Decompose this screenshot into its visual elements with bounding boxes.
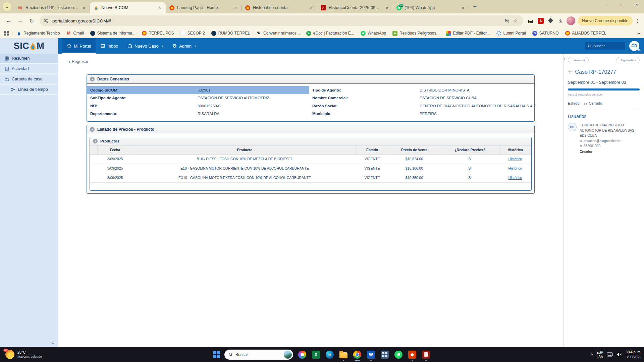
taskbar-chrome-icon[interactable] — [353, 350, 362, 359]
taskbar-word-icon[interactable]: W — [366, 350, 376, 359]
bookmark-residuos[interactable]: ❖ Residuos Peligrosos... — [392, 31, 439, 36]
browser-menu-icon[interactable]: ⋮ — [635, 18, 641, 23]
app-search-input[interactable]: Buscar — [585, 42, 625, 50]
site-settings-icon[interactable] — [44, 18, 49, 23]
bookmark-edoc[interactable]: e eDoc | Facturación E... — [306, 31, 354, 36]
bookmark-terpel-pos[interactable]: TERPEL POS — [142, 31, 174, 36]
star-icon[interactable]: ☆ — [568, 69, 572, 75]
siguiente-button[interactable]: Siguiente › — [616, 57, 640, 63]
panel-header[interactable]: ▾ Datos Generales — [87, 75, 534, 84]
chrome-update-button[interactable]: Nuevo Chrome disponible — [578, 16, 633, 25]
sidebar-item-linea-de-tiempo[interactable]: Línea de tiempo — [0, 85, 58, 95]
back-link[interactable]: ‹ Regresar — [69, 59, 88, 64]
back-button[interactable]: ← — [3, 15, 14, 26]
bookmark-secop[interactable]: SECOP 2 — [180, 31, 205, 36]
extensions-puzzle-icon[interactable] — [546, 16, 555, 25]
panel-collapse-icon[interactable]: › — [564, 56, 565, 61]
taskbar-whatsapp-icon[interactable] — [394, 350, 403, 359]
close-tab-icon[interactable]: × — [157, 5, 162, 10]
close-window-button[interactable]: × — [629, 0, 644, 10]
table-row[interactable]: 3/09/2025 B10 - DIESEL FOSIL CON 10% DE … — [90, 154, 531, 164]
maximize-button[interactable]: □ — [614, 0, 629, 10]
bookmark-gmail[interactable]: M Gmail — [66, 31, 84, 36]
acrobat-extension-icon[interactable]: A — [536, 16, 545, 25]
bing-image-chip[interactable] — [284, 351, 292, 359]
collapse-chevron-icon[interactable]: ▾ — [90, 77, 95, 81]
close-tab-icon[interactable]: × — [233, 5, 238, 10]
divider — [12, 31, 12, 36]
touch-keyboard-icon[interactable] — [607, 352, 613, 357]
language-indicator[interactable]: ESP LAA — [596, 350, 603, 359]
tab-whatsapp[interactable]: 99+ (104) WhatsApp × — [393, 2, 469, 13]
table-row[interactable]: 3/09/2025 EX10 - GASOLINA MOTOR EXTRA FO… — [90, 173, 531, 182]
taskbar-search[interactable]: Buscar — [224, 350, 293, 360]
reload-button[interactable]: ↻ — [26, 15, 37, 26]
start-button[interactable] — [213, 351, 220, 358]
bookmark-rumbo[interactable]: RUMBO TERPEL — [211, 31, 250, 36]
tab-landing-page[interactable]: Landing Page - Home × — [166, 2, 241, 13]
bookmark-whatsapp[interactable]: WhatsApp — [361, 31, 386, 36]
close-tab-icon[interactable]: × — [81, 5, 87, 10]
taskbar-photos-icon[interactable] — [298, 350, 307, 359]
taskbar-excel-icon[interactable]: X — [311, 350, 321, 359]
speaker-muted-icon[interactable] — [616, 352, 622, 357]
tab-nuevo-sicom[interactable]: Nuevo SICOM × — [90, 2, 166, 13]
apps-grid-icon[interactable] — [4, 31, 9, 36]
bookmark-sistema[interactable]: Sistema de Informa... — [90, 31, 136, 36]
url-text[interactable]: portal.sicom.gov.co/SICOM/# — [52, 18, 111, 23]
highlighted-field[interactable]: Código SICOM: 632981 — [87, 86, 309, 94]
extension-cat-icon[interactable] — [526, 16, 535, 25]
close-tab-icon[interactable]: × — [384, 5, 390, 10]
nav-nuevo-caso[interactable]: Nuevo Caso ▾ — [123, 38, 168, 54]
sidebar-item-actividad[interactable]: Actividad — [0, 64, 58, 74]
bookmark-star-icon[interactable]: ☆ — [511, 17, 519, 25]
sidebar-item-carpeta[interactable]: Carpeta de caso — [0, 74, 58, 85]
whatsapp-icon: 99+ — [396, 5, 402, 10]
historico-link[interactable]: Histórico — [508, 157, 522, 161]
taskbar-calculator-icon[interactable] — [380, 350, 389, 359]
nav-admin[interactable]: ⚙ Admin ▾ — [168, 38, 201, 54]
downloads-icon[interactable] — [556, 16, 566, 25]
sidebar-item-resumen[interactable]: Resumen — [0, 54, 58, 64]
user-avatar[interactable]: CD ⚙ — [629, 41, 639, 51]
taskbar-explorer-icon[interactable] — [339, 350, 348, 359]
panel-header[interactable]: ▾ Productos — [90, 137, 531, 145]
bookmark-lumni[interactable]: Lumni Portal — [496, 31, 526, 36]
logo-text-left: SIC — [14, 41, 30, 51]
bookmark-editar-pdf[interactable]: Editar PDF - Editor... — [446, 31, 490, 36]
close-tab-icon[interactable]: × — [309, 5, 314, 10]
bookmark-aliados[interactable]: ALIADOS TERPEL — [565, 31, 606, 36]
forward-button[interactable]: → — [15, 15, 25, 26]
bookmark-convertir[interactable]: ✎ Convertir números... — [256, 31, 300, 36]
address-bar[interactable]: portal.sicom.gov.co/SICOM/# ☆ — [40, 15, 523, 26]
historico-link[interactable]: Histórico — [508, 166, 522, 170]
panel-header[interactable]: ▾ Listado de Precios - Producto — [87, 125, 534, 134]
taskbar-snip-icon[interactable] — [421, 350, 431, 359]
tab-historial-cuenta[interactable]: Historial de cuenta × — [241, 2, 317, 13]
taskbar-powerpoint-icon[interactable]: ◆ — [408, 350, 417, 359]
historico-link[interactable]: Histórico — [508, 176, 522, 180]
tab-gmail[interactable]: M Recibidos (118) - estacion@diag × — [14, 2, 90, 13]
bookmark-saturno[interactable]: S SATURNO — [532, 31, 559, 36]
collapse-chevron-icon[interactable]: ▾ — [90, 127, 95, 132]
nav-inbox[interactable]: Inbox — [96, 38, 123, 54]
bookmark-reglamento[interactable]: Reglamento Tecnico — [16, 31, 60, 36]
tab-historico-pdf[interactable]: A HistoricoCuenta-2025-09-03 15 × — [317, 2, 393, 13]
weather-widget[interactable]: 9+ 28°C Mayorm. soleado — [0, 347, 47, 362]
bookmarks-overflow-icon[interactable]: » — [637, 31, 640, 36]
nav-mi-portal[interactable]: Mi Portal — [62, 38, 96, 54]
taskbar-clock[interactable]: 3:44 p. m. 3/09/2025 — [626, 350, 641, 359]
minimize-button[interactable]: – — [600, 0, 614, 10]
new-tab-button[interactable]: + — [470, 2, 480, 11]
sidebar-collapse-button[interactable]: « — [51, 339, 54, 345]
zoom-out-icon[interactable] — [503, 17, 511, 25]
taskbar-edge-icon[interactable]: e — [325, 350, 334, 359]
tray-chevron-icon[interactable]: ^ — [591, 353, 593, 357]
table-row[interactable]: 3/09/2025 E10 - GASOLINA MOTOR CORRIENTE… — [90, 164, 531, 173]
profile-avatar[interactable] — [566, 16, 576, 25]
tab-title: (104) WhatsApp — [405, 5, 458, 10]
close-tab-icon[interactable]: × — [460, 5, 466, 10]
anterior-button[interactable]: ‹ Anterior — [568, 57, 589, 63]
tab-search-button[interactable]: ⌄ — [3, 2, 11, 11]
collapse-chevron-icon[interactable]: ▾ — [93, 139, 98, 143]
